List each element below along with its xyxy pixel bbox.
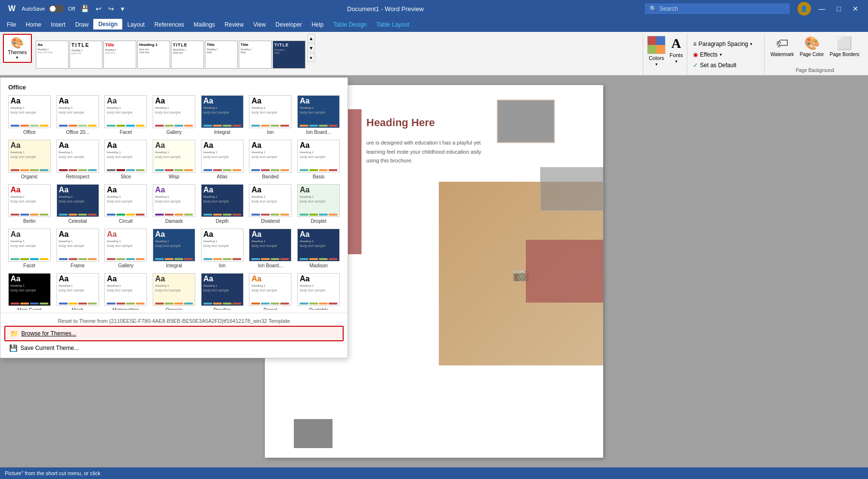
menu-references[interactable]: References [149, 19, 188, 30]
theme-item-integral[interactable]: Aa Heading 1 body text sample Integral [151, 227, 197, 270]
theme-name: Ion Board... [258, 263, 283, 268]
theme-thumb-3[interactable]: Title Heading 1body text [103, 41, 136, 69]
menu-help[interactable]: Help [307, 19, 329, 30]
colors-dropdown[interactable]: ▾ [655, 62, 658, 67]
theme-item-office20...[interactable]: Aa Heading 1 body text sample Office 20.… [55, 94, 101, 136]
theme-item-ionboard...[interactable]: Aa Heading 1 body text sample Ion Board.… [247, 227, 294, 270]
theme-item-organic[interactable]: Aa Heading 1 body text sample Organic [6, 138, 53, 181]
more-btn[interactable]: ▾ [307, 53, 315, 62]
theme-item-basis[interactable]: Aa Heading 1 body text sample Basis [295, 138, 342, 181]
save-label: Save Current Theme... [20, 345, 79, 351]
theme-item-facet[interactable]: Aa Heading 1 body text sample Facet [6, 227, 53, 270]
theme-thumb-8[interactable]: TITLE Heading 1body [273, 41, 305, 69]
effects-button[interactable]: ◉ Effects ▾ [691, 50, 760, 59]
theme-thumb-5[interactable]: TITLE HEADING 1body text [171, 41, 204, 69]
menu-view[interactable]: View [248, 19, 271, 30]
colors-button[interactable]: Colors ▾ [647, 36, 665, 67]
theme-item-dividend[interactable]: Aa Heading 1 body text sample Dividend [247, 183, 294, 225]
theme-name: Slice [120, 174, 131, 179]
theme-item-droplet[interactable]: Aa Heading 1 body text sample Droplet [295, 183, 342, 225]
effects-dropdown[interactable]: ▾ [720, 52, 722, 57]
autosave-state: Off [68, 6, 75, 12]
theme-item-parallax[interactable]: Aa Heading 1 body text sample Parallax [199, 272, 246, 310]
fonts-dropdown[interactable]: ▾ [675, 59, 678, 64]
avatar[interactable]: 👤 [797, 2, 811, 15]
theme-name: Wisp [169, 174, 179, 179]
menu-insert[interactable]: Insert [46, 19, 70, 30]
menu-review[interactable]: Review [220, 19, 248, 30]
theme-item-metropolitan[interactable]: Aa Heading 1 body text sample Metropolit… [102, 272, 149, 310]
menu-mailings[interactable]: Mailings [189, 19, 220, 30]
theme-item-circuit[interactable]: Aa Heading 1 body text sample Circuit [102, 183, 149, 225]
theme-item-gallery[interactable]: Aa Heading 1 body text sample Gallery [102, 227, 149, 270]
theme-item-damask[interactable]: Aa Heading 1 body text sample Damask [151, 183, 197, 225]
theme-item-retrospect[interactable]: Aa Heading 1 body text sample Retrospect [55, 138, 101, 181]
theme-item-mainevent[interactable]: Aa Heading 1 body text sample Main Event [6, 272, 53, 310]
theme-item-depth[interactable]: Aa Heading 1 body text sample Depth [199, 183, 246, 225]
theme-thumb-1[interactable]: Aa Heading 1body text lines [36, 41, 69, 69]
watermark-icon: 🏷 [776, 36, 789, 51]
theme-name: Gallery [118, 263, 133, 268]
more-icon[interactable]: ▾ [119, 4, 126, 14]
theme-item-madison[interactable]: Aa Heading 1 body text sample Madison [295, 227, 342, 270]
close-button[interactable]: ✕ [849, 5, 862, 13]
theme-item-mesh[interactable]: Aa Heading 1 body text sample Mesh [55, 272, 101, 310]
fonts-button[interactable]: A Fonts ▾ [669, 36, 683, 64]
menu-home[interactable]: Home [21, 19, 46, 30]
search-box[interactable]: 🔍 [645, 3, 790, 14]
page-color-button[interactable]: 🎨 Page Color [800, 36, 824, 58]
theme-thumb-2[interactable]: TITLE Heading 1body text [70, 41, 102, 69]
browse-themes-button[interactable]: 📁 Browse for Themes... [4, 326, 344, 341]
theme-item-facet[interactable]: Aa Heading 1 body text sample Facet [102, 94, 149, 136]
theme-item-organic[interactable]: Aa Heading 1 body text sample Organic [151, 272, 197, 310]
theme-name: Retrospect [66, 174, 89, 179]
theme-item-parcel[interactable]: Aa Heading 1 body text sample Parcel [247, 272, 294, 310]
theme-item-ion[interactable]: Aa Heading 1 body text sample Ion [247, 94, 294, 136]
gallery-scroll: ▲ ▼ ▾ [307, 34, 315, 75]
theme-item-celestial[interactable]: Aa Heading 1 body text sample Celestial [55, 183, 101, 225]
theme-name: Ion Board... [306, 130, 331, 135]
theme-item-ion[interactable]: Aa Heading 1 body text sample Ion [199, 227, 246, 270]
theme-item-banded[interactable]: Aa Heading 1 body text sample Banded [247, 138, 294, 181]
set-as-default-button[interactable]: ✓ Set as Default [691, 61, 760, 70]
page-borders-button[interactable]: ⬜ Page Borders [830, 36, 859, 57]
menu-table-design[interactable]: Table Design [328, 19, 371, 30]
paragraph-spacing-button[interactable]: ≡ Paragraph Spacing ▾ [691, 40, 760, 48]
theme-item-integral[interactable]: Aa Heading 1 body text sample Integral [199, 94, 246, 136]
menu-layout[interactable]: Layout [122, 19, 149, 30]
save-icon[interactable]: 💾 [79, 4, 91, 14]
theme-item-berlin[interactable]: Aa Heading 1 body text sample Berlin [6, 183, 53, 225]
theme-thumb-4[interactable]: Heading 1 body textmore text [137, 41, 170, 69]
scroll-up-btn[interactable]: ▲ [307, 34, 315, 43]
theme-item-quotable[interactable]: Aa Heading 1 body text sample Quotable [295, 272, 342, 310]
minimize-button[interactable]: — [815, 5, 829, 13]
undo-icon[interactable]: ↩ [94, 4, 103, 14]
menu-developer[interactable]: Developer [271, 19, 307, 30]
maximize-button[interactable]: □ [833, 5, 845, 13]
theme-item-gallery[interactable]: Aa Heading 1 body text sample Gallery [151, 94, 197, 136]
themes-button[interactable]: 🎨 Themes ▾ [3, 34, 32, 63]
theme-name: Celestial [68, 218, 87, 224]
menu-table-layout[interactable]: Table Layout [372, 19, 414, 30]
search-input[interactable] [660, 5, 785, 12]
paragraph-spacing-dropdown[interactable]: ▾ [750, 42, 752, 46]
theme-thumb-7[interactable]: Title Heading 1body [239, 41, 272, 69]
scroll-down-btn[interactable]: ▼ [307, 44, 315, 52]
themes-dropdown-arrow[interactable]: ▾ [16, 55, 18, 60]
theme-item-slice[interactable]: Aa Heading 1 body text sample Slice [102, 138, 149, 181]
menu-design[interactable]: Design [93, 19, 122, 30]
menu-draw[interactable]: Draw [70, 19, 93, 30]
theme-thumb-6[interactable]: Title Heading 1body [205, 41, 238, 69]
theme-item-wisp[interactable]: Aa Heading 1 body text sample Wisp [151, 138, 197, 181]
themes-scroll-area[interactable]: Office Aa Heading 1 body text sample Off… [0, 78, 347, 310]
theme-item-ionboard...[interactable]: Aa Heading 1 body text sample Ion Board.… [295, 94, 342, 136]
ribbon: 🎨 Themes ▾ Aa Heading 1body text lines T… [0, 32, 868, 75]
watermark-button[interactable]: 🏷 Watermark [770, 36, 794, 57]
redo-icon[interactable]: ↪ [106, 4, 116, 14]
menu-file[interactable]: File [2, 19, 21, 30]
theme-item-office[interactable]: Aa Heading 1 body text sample Office [6, 94, 53, 136]
theme-item-atlas[interactable]: Aa Heading 1 body text sample Atlas [199, 138, 246, 181]
save-theme-button[interactable]: 💾 Save Current Theme... [4, 341, 344, 355]
theme-item-frame[interactable]: Aa Heading 1 body text sample Frame [55, 227, 101, 270]
autosave-toggle[interactable] [49, 5, 64, 13]
